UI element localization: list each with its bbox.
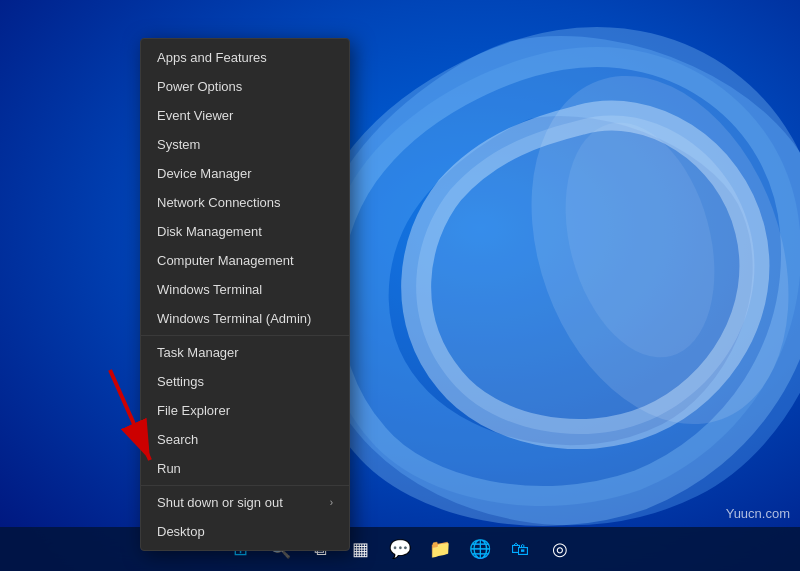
- menu-item-power-options[interactable]: Power Options: [141, 72, 349, 101]
- menu-item-task-manager[interactable]: Task Manager: [141, 338, 349, 367]
- menu-item-windows-terminal[interactable]: Windows Terminal: [141, 275, 349, 304]
- separator-separator1: [141, 335, 349, 336]
- taskbar-icon-chat[interactable]: 💬: [382, 531, 418, 567]
- menu-label-disk-management: Disk Management: [157, 224, 262, 239]
- menu-item-system[interactable]: System: [141, 130, 349, 159]
- menu-label-settings: Settings: [157, 374, 204, 389]
- menu-item-computer-management[interactable]: Computer Management: [141, 246, 349, 275]
- menu-item-file-explorer[interactable]: File Explorer: [141, 396, 349, 425]
- menu-item-device-manager[interactable]: Device Manager: [141, 159, 349, 188]
- taskbar-icon-store[interactable]: 🛍: [502, 531, 538, 567]
- menu-item-event-viewer[interactable]: Event Viewer: [141, 101, 349, 130]
- watermark: Yuucn.com: [726, 506, 790, 521]
- menu-label-system: System: [157, 137, 200, 152]
- menu-label-device-manager: Device Manager: [157, 166, 252, 181]
- menu-label-apps-features: Apps and Features: [157, 50, 267, 65]
- desktop: Apps and FeaturesPower OptionsEvent View…: [0, 0, 800, 571]
- menu-item-apps-features[interactable]: Apps and Features: [141, 43, 349, 72]
- menu-item-windows-terminal-admin[interactable]: Windows Terminal (Admin): [141, 304, 349, 333]
- menu-label-windows-terminal-admin: Windows Terminal (Admin): [157, 311, 311, 326]
- menu-label-run: Run: [157, 461, 181, 476]
- menu-item-run[interactable]: Run: [141, 454, 349, 483]
- menu-label-network-connections: Network Connections: [157, 195, 281, 210]
- menu-label-power-options: Power Options: [157, 79, 242, 94]
- menu-item-shutdown-signout[interactable]: Shut down or sign out›: [141, 488, 349, 517]
- separator-separator2: [141, 485, 349, 486]
- menu-item-search[interactable]: Search: [141, 425, 349, 454]
- menu-label-desktop: Desktop: [157, 524, 205, 539]
- menu-item-network-connections[interactable]: Network Connections: [141, 188, 349, 217]
- menu-item-desktop[interactable]: Desktop: [141, 517, 349, 546]
- taskbar-icon-file-explorer[interactable]: 📁: [422, 531, 458, 567]
- submenu-arrow-icon: ›: [330, 497, 333, 508]
- menu-label-file-explorer: File Explorer: [157, 403, 230, 418]
- menu-label-search: Search: [157, 432, 198, 447]
- wallpaper: [0, 0, 800, 571]
- menu-label-event-viewer: Event Viewer: [157, 108, 233, 123]
- menu-label-computer-management: Computer Management: [157, 253, 294, 268]
- menu-label-windows-terminal: Windows Terminal: [157, 282, 262, 297]
- menu-item-disk-management[interactable]: Disk Management: [141, 217, 349, 246]
- taskbar-icon-edge[interactable]: 🌐: [462, 531, 498, 567]
- taskbar: ⊞🔍⧉▦💬📁🌐🛍◎: [0, 527, 800, 571]
- menu-item-settings[interactable]: Settings: [141, 367, 349, 396]
- context-menu: Apps and FeaturesPower OptionsEvent View…: [140, 38, 350, 551]
- taskbar-icon-cortana[interactable]: ◎: [542, 531, 578, 567]
- menu-label-task-manager: Task Manager: [157, 345, 239, 360]
- menu-label-shutdown-signout: Shut down or sign out: [157, 495, 283, 510]
